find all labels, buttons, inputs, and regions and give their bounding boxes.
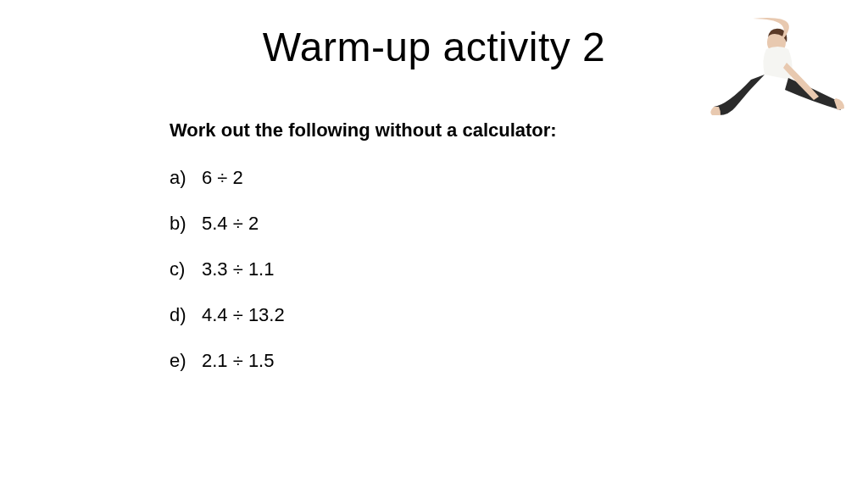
problem-expression: 3.3 ÷ 1.1 bbox=[202, 258, 274, 280]
problem-list: a) 6 ÷ 2 b) 5.4 ÷ 2 c) 3.3 ÷ 1.1 d) 4.4 … bbox=[170, 167, 868, 372]
problem-expression: 2.1 ÷ 1.5 bbox=[202, 350, 274, 372]
problem-label: b) bbox=[170, 213, 202, 235]
stretching-person-illustration bbox=[676, 7, 846, 125]
list-item: a) 6 ÷ 2 bbox=[170, 167, 868, 189]
problem-expression: 6 ÷ 2 bbox=[202, 167, 243, 189]
content-block: Work out the following without a calcula… bbox=[170, 119, 868, 372]
problem-label: e) bbox=[170, 350, 202, 372]
problem-label: c) bbox=[170, 258, 202, 280]
list-item: c) 3.3 ÷ 1.1 bbox=[170, 258, 868, 280]
list-item: e) 2.1 ÷ 1.5 bbox=[170, 350, 868, 372]
problem-label: a) bbox=[170, 167, 202, 189]
problem-label: d) bbox=[170, 304, 202, 326]
problem-expression: 5.4 ÷ 2 bbox=[202, 213, 259, 235]
list-item: b) 5.4 ÷ 2 bbox=[170, 213, 868, 235]
problem-expression: 4.4 ÷ 13.2 bbox=[202, 304, 285, 326]
list-item: d) 4.4 ÷ 13.2 bbox=[170, 304, 868, 326]
